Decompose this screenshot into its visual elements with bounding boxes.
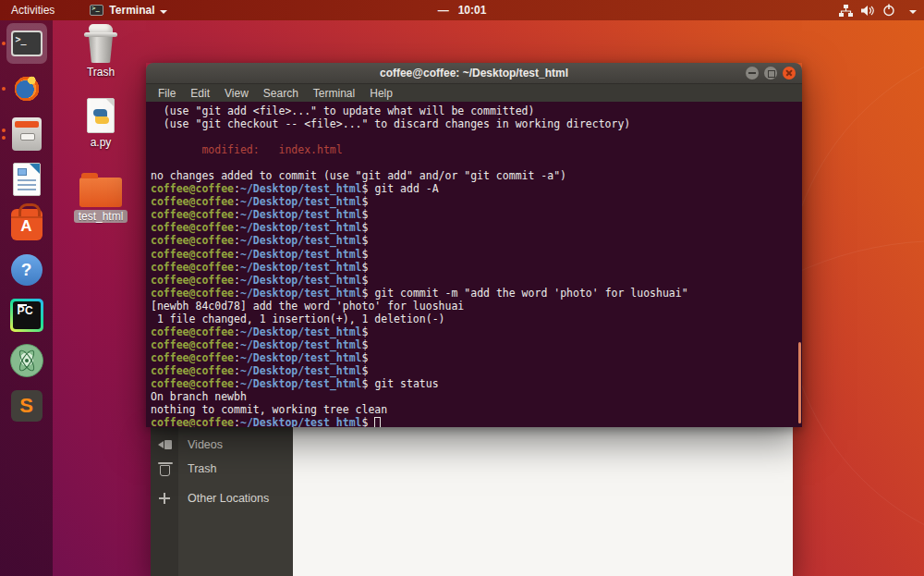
close-button[interactable]: [783, 67, 796, 80]
menu-item-search[interactable]: Search: [256, 87, 306, 100]
activities-label: Activities: [11, 4, 55, 17]
terminal-line: coffee@coffee:~/Desktop/test_html$: [151, 208, 802, 221]
terminal-line: coffee@coffee:~/Desktop/test_html$ git a…: [151, 182, 802, 195]
terminal-line: no changes added to commit (use "git add…: [151, 169, 802, 182]
minimize-button[interactable]: [746, 67, 759, 80]
terminal-line: coffee@coffee:~/Desktop/test_html$ git s…: [151, 377, 802, 390]
dock-item-pycharm[interactable]: PC: [6, 295, 47, 336]
firefox-icon: [9, 71, 44, 106]
pycharm-icon: PC: [10, 299, 43, 332]
desktop-icon-trash[interactable]: Trash: [71, 26, 130, 79]
sidebar-item-label: Videos: [188, 438, 223, 451]
videos-icon: [158, 440, 172, 449]
terminal-line: 1 file changed, 1 insertion(+), 1 deleti…: [151, 313, 802, 325]
dock-item-libreoffice-writer[interactable]: [6, 159, 47, 200]
file-manager-window: VideosTrashOther Locations: [151, 427, 793, 576]
menu-item-terminal[interactable]: Terminal: [306, 87, 362, 100]
dock-item-sublime-text[interactable]: S: [6, 386, 47, 426]
window-title: coffee@coffee: ~/Desktop/test_html: [380, 67, 568, 80]
dock-item-atom[interactable]: [6, 340, 47, 381]
app-menu-button[interactable]: Terminal: [90, 0, 167, 20]
terminal-line: modified: index.html: [151, 143, 802, 156]
desktop-icon-a-py[interactable]: a.py: [71, 98, 130, 149]
power-icon: [882, 4, 895, 17]
sublime-text-icon: S: [11, 390, 43, 422]
dock: >_ A ? PC S: [0, 20, 53, 576]
file-cabinet-icon: [12, 117, 42, 151]
chevron-down-icon: [909, 10, 917, 18]
trash-icon: [160, 465, 170, 476]
libreoffice-writer-icon: [13, 163, 41, 196]
sidebar-item-label: Trash: [188, 462, 217, 475]
terminal-window: coffee@coffee: ~/Desktop/test_html FileE…: [146, 63, 802, 427]
terminal-line: coffee@coffee:~/Desktop/test_html$: [151, 221, 802, 234]
desktop-icon-label: a.py: [91, 136, 112, 149]
menu-item-view[interactable]: View: [217, 87, 256, 100]
system-status-area[interactable]: [839, 0, 917, 20]
volume-icon: [861, 5, 874, 17]
terminal-line: coffee@coffee:~/Desktop/test_html$: [151, 416, 802, 427]
terminal-content[interactable]: (use "git add <file>..." to update what …: [146, 102, 802, 427]
dock-item-ubuntu-software[interactable]: A: [6, 204, 47, 245]
running-indicator: [2, 87, 6, 91]
desktop-icon-label: Trash: [87, 66, 115, 79]
desktop: Activities Terminal — 10:01: [0, 0, 924, 576]
python-file-icon: [87, 98, 115, 133]
menu-item-help[interactable]: Help: [362, 87, 400, 100]
terminal-line: coffee@coffee:~/Desktop/test_html$: [151, 234, 802, 247]
ubuntu-software-icon: A: [11, 209, 43, 240]
desktop-icon-test-html[interactable]: test_html: [71, 172, 130, 223]
terminal-line: [151, 130, 802, 143]
plus-icon: [159, 493, 170, 504]
activities-button[interactable]: Activities: [0, 0, 66, 20]
maximize-button[interactable]: [764, 67, 777, 80]
terminal-line: [newbh 84c0d78] add the word 'photo' for…: [151, 300, 802, 313]
terminal-icon: >_: [11, 31, 43, 56]
atom-icon: [10, 344, 43, 377]
scrollbar-thumb[interactable]: [798, 342, 801, 423]
running-indicator: [2, 42, 6, 45]
menu-item-file[interactable]: File: [151, 87, 183, 100]
terminal-mini-icon: [90, 5, 103, 16]
terminal-menubar: FileEditViewSearchTerminalHelp: [146, 84, 802, 102]
terminal-line: (use "git add <file>..." to update what …: [151, 104, 802, 117]
top-bar: Activities Terminal — 10:01: [0, 0, 924, 20]
trash-can-icon: [84, 26, 117, 63]
clock-label: 10:01: [458, 4, 487, 17]
terminal-line: coffee@coffee:~/Desktop/test_html$: [151, 338, 802, 351]
terminal-line: coffee@coffee:~/Desktop/test_html$: [151, 274, 802, 287]
network-icon: [839, 5, 853, 17]
menu-item-edit[interactable]: Edit: [183, 87, 217, 100]
dock-item-terminal[interactable]: >_: [6, 23, 47, 64]
sidebar-item-label: Other Locations: [188, 492, 269, 505]
terminal-line: coffee@coffee:~/Desktop/test_html$: [151, 364, 802, 377]
terminal-titlebar[interactable]: coffee@coffee: ~/Desktop/test_html: [146, 63, 802, 84]
clock-prefix: —: [438, 4, 449, 17]
fm-sidebar: VideosTrashOther Locations: [151, 427, 293, 576]
terminal-line: (use "git checkout -- <file>..." to disc…: [151, 117, 802, 130]
clock-button[interactable]: — 10:01: [438, 0, 487, 20]
help-icon: ?: [11, 254, 43, 286]
chevron-down-icon: [160, 10, 167, 18]
desktop-icon-label: test_html: [74, 210, 128, 223]
terminal-line: coffee@coffee:~/Desktop/test_html$: [151, 325, 802, 338]
dock-item-files[interactable]: [6, 114, 47, 154]
running-indicator: [2, 129, 6, 140]
fm-content-area[interactable]: [293, 427, 793, 576]
terminal-line: coffee@coffee:~/Desktop/test_html$: [151, 261, 802, 274]
folder-icon: [79, 178, 122, 207]
focused-app-label: Terminal: [109, 4, 154, 17]
dock-item-firefox[interactable]: [6, 68, 47, 109]
sidebar-item-videos[interactable]: Videos: [151, 433, 293, 457]
sidebar-item-other-locations[interactable]: Other Locations: [151, 486, 293, 510]
terminal-line: coffee@coffee:~/Desktop/test_html$: [151, 351, 802, 364]
terminal-cursor: [374, 417, 381, 427]
terminal-line: On branch newbh: [151, 390, 802, 403]
dock-item-help[interactable]: ?: [6, 250, 47, 290]
terminal-line: coffee@coffee:~/Desktop/test_html$ git c…: [151, 287, 802, 300]
terminal-line: coffee@coffee:~/Desktop/test_html$: [151, 195, 802, 208]
terminal-line: [151, 156, 802, 169]
terminal-line: coffee@coffee:~/Desktop/test_html$: [151, 248, 802, 261]
terminal-line: nothing to commit, working tree clean: [151, 403, 802, 416]
sidebar-item-trash[interactable]: Trash: [151, 457, 293, 481]
